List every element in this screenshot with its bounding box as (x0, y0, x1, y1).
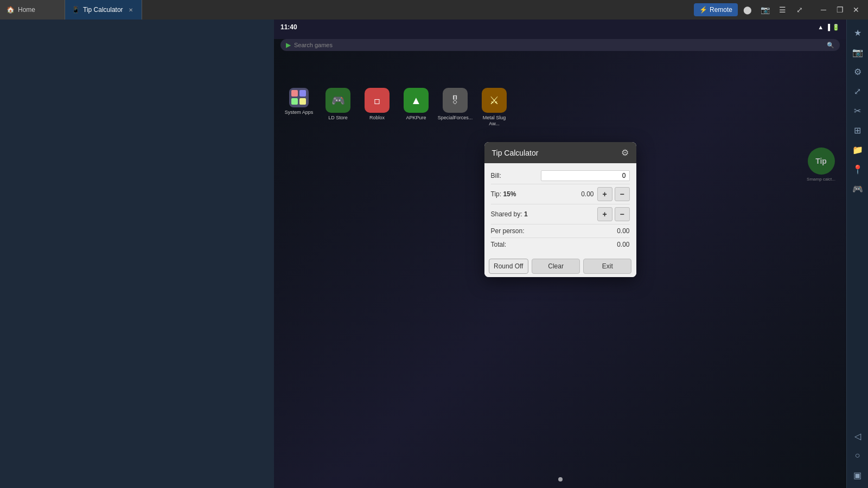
sidebar-square-icon[interactable]: ▣ (849, 466, 866, 484)
shared-row: Shared by: 1 + − (491, 204, 630, 224)
tip-percent: 15% (503, 190, 516, 198)
tip-tab-label: Tip Calculator (83, 6, 123, 14)
tip-plus-button[interactable]: + (597, 187, 612, 201)
calc-settings-icon[interactable]: ⚙ (621, 147, 629, 158)
android-wallpaper: ▶ Search games 🔍 System Apps 🎮 (274, 39, 846, 488)
main-content: 11:40 ▲ ▐ 🔋 ▶ Search games 🔍 (0, 20, 846, 488)
apkpure-label: APKPure (406, 115, 426, 121)
nav-dot (558, 477, 563, 481)
metalslug-icon: ⚔ (482, 88, 507, 113)
sidebar-gamepad-icon[interactable]: 🎮 (849, 180, 866, 197)
list-item[interactable]: 🎖 SpecialForces... (439, 88, 471, 121)
android-status-bar: 11:40 ▲ ▐ 🔋 (274, 20, 846, 35)
tip-tab-favicon: 📱 (72, 6, 80, 14)
total-value: 0.00 (617, 241, 629, 248)
search-placeholder: Search games (294, 42, 333, 48)
screenshot-button[interactable]: 📷 (757, 2, 773, 17)
sidebar-folder-icon[interactable]: 📁 (849, 141, 866, 158)
sidebar-arrow-left-icon[interactable]: ◁ (849, 427, 866, 445)
record-button[interactable]: ⬤ (740, 2, 755, 17)
tip-value: 0.00 (581, 190, 593, 198)
shared-value: 1 (524, 210, 528, 218)
per-person-row: Per person: 0.00 (491, 224, 630, 238)
sidebar-star-icon[interactable]: ★ (849, 24, 866, 41)
tab-tip-calculator[interactable]: 📱 Tip Calculator ✕ (65, 0, 142, 20)
tip-calculator-dialog: Tip Calculator ⚙ Bill: Tip: 15% 0.00 (484, 142, 636, 277)
tab-close-button[interactable]: ✕ (126, 5, 135, 14)
tip-app-circle: Tip (808, 147, 835, 175)
apkpure-icon: ▲ (404, 88, 429, 113)
right-sidebar: ★ 📷 ⚙ ⤢ ✂ ⊞ 📁 📍 🎮 ◁ ○ ▣ (846, 20, 868, 488)
bill-row: Bill: (491, 168, 630, 184)
signal-icon: ▐ (826, 24, 830, 30)
tab-home[interactable]: 🏠 Home (0, 0, 65, 20)
specialforces-label: SpecialForces... (438, 115, 473, 121)
list-item[interactable]: ▲ APKPure (400, 88, 432, 121)
app-icons-row: System Apps 🎮 LD Store ◻ Roblox ▲ APKPur… (274, 55, 846, 133)
remote-label: Remote (710, 6, 732, 14)
metalslug-label: Metal Slug Aw... (478, 115, 510, 127)
play-icon: ▶ (286, 41, 291, 49)
android-search-bar[interactable]: ▶ Search games 🔍 (280, 39, 840, 51)
remote-button[interactable]: ⚡ Remote (694, 3, 738, 16)
per-person-value: 0.00 (617, 227, 629, 235)
minimize-button[interactable]: ─ (816, 2, 831, 17)
sidebar-scissors-icon[interactable]: ✂ (849, 102, 866, 119)
tip-minus-button[interactable]: − (615, 187, 630, 201)
shared-label: Shared by: 1 (491, 210, 597, 218)
list-item[interactable]: System Apps (283, 88, 315, 115)
bill-input[interactable] (541, 170, 630, 181)
menu-button[interactable]: ☰ (775, 2, 790, 17)
list-item[interactable]: ◻ Roblox (361, 88, 393, 121)
fullscreen-button[interactable]: ⤢ (792, 2, 807, 17)
system-apps-label: System Apps (285, 110, 314, 115)
tip-row: Tip: 15% 0.00 + − (491, 184, 630, 204)
total-label: Total: (491, 241, 617, 248)
home-tab-favicon: 🏠 (7, 6, 15, 14)
tip-label: Tip: 15% (491, 190, 582, 198)
wifi-icon: ▲ (818, 24, 824, 30)
round-off-button[interactable]: Round Off (489, 259, 528, 274)
restore-button[interactable]: ❐ (832, 2, 847, 17)
shared-minus-button[interactable]: − (615, 207, 630, 221)
roblox-icon: ◻ (365, 88, 390, 113)
tab-bar: 🏠 Home 📱 Tip Calculator ✕ (0, 0, 690, 20)
shared-controls: + − (597, 207, 630, 221)
system-apps-icon (289, 88, 309, 107)
sidebar-settings-icon[interactable]: ⚙ (849, 63, 866, 80)
home-tab-label: Home (18, 6, 35, 14)
ldstore-icon: 🎮 (326, 88, 350, 113)
status-time: 11:40 (280, 23, 297, 31)
per-person-label: Per person: (491, 227, 617, 235)
exit-button[interactable]: Exit (583, 259, 631, 274)
total-row: Total: 0.00 (491, 238, 630, 251)
calc-title: Tip Calculator (492, 149, 539, 157)
specialforces-icon: 🎖 (443, 88, 468, 113)
sidebar-camera-icon[interactable]: 📷 (849, 43, 866, 61)
bill-label: Bill: (491, 172, 541, 179)
sidebar-expand-icon[interactable]: ⤢ (849, 82, 866, 100)
clear-button[interactable]: Clear (532, 259, 580, 274)
list-item[interactable]: ⚔ Metal Slug Aw... (478, 88, 510, 127)
close-button[interactable]: ✕ (848, 2, 864, 17)
search-icon: 🔍 (827, 42, 834, 49)
sidebar-grid-icon[interactable]: ⊞ (849, 121, 866, 139)
shared-plus-button[interactable]: + (597, 207, 612, 221)
tip-controls: + − (597, 187, 630, 201)
sidebar-circle-icon[interactable]: ○ (849, 447, 866, 464)
ldstore-label: LD Store (328, 115, 348, 121)
left-panel (0, 20, 274, 488)
window-controls: ─ ❐ ✕ (812, 2, 868, 17)
floating-tip-icon[interactable]: Tip Smamp calct... (807, 147, 835, 182)
tip-app-initials: Tip (815, 157, 827, 165)
sidebar-location-icon[interactable]: 📍 (849, 160, 866, 178)
battery-icon: 🔋 (832, 24, 840, 31)
remote-icon: ⚡ (699, 6, 707, 14)
list-item[interactable]: 🎮 LD Store (322, 88, 354, 121)
calc-header: Tip Calculator ⚙ (484, 142, 636, 163)
status-icons: ▲ ▐ 🔋 (818, 24, 840, 31)
tip-app-label: Smamp calct... (807, 177, 835, 182)
calc-footer: Round Off Clear Exit (484, 255, 636, 277)
calc-body: Bill: Tip: 15% 0.00 + − (484, 163, 636, 255)
roblox-label: Roblox (369, 115, 385, 121)
